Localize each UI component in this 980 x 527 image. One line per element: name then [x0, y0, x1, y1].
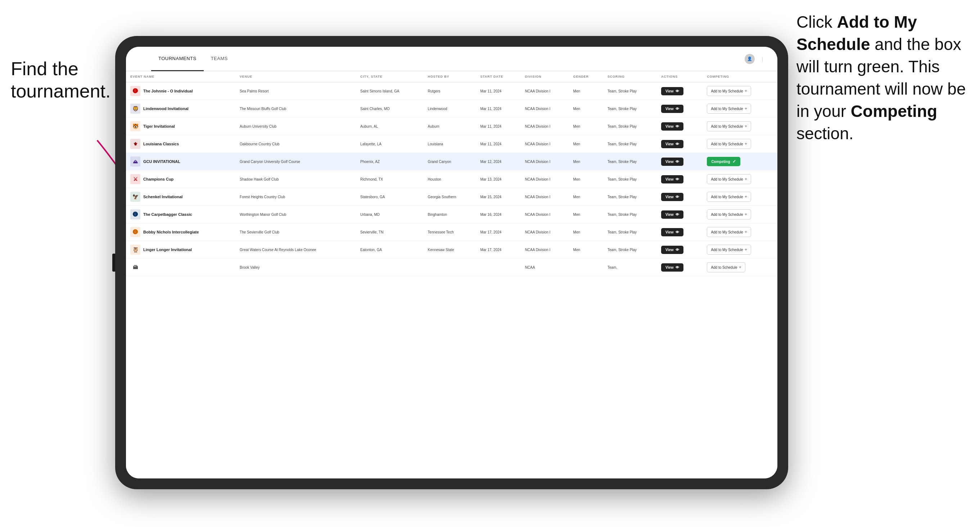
- add-schedule-button[interactable]: Add to My Schedule +: [707, 139, 751, 149]
- competing-cell: Add to My Schedule +: [703, 100, 777, 117]
- view-label: View: [665, 213, 674, 217]
- view-button[interactable]: View 👁: [661, 210, 683, 219]
- gender-cell: Men: [569, 206, 603, 224]
- plus-icon: +: [745, 124, 747, 129]
- table-row: ⚔ Champions Cup Shadow Hawk Golf ClubRic…: [126, 170, 777, 188]
- eye-icon: 👁: [676, 265, 679, 270]
- start-date-text: Mar 11, 2024: [480, 142, 501, 146]
- add-schedule-button[interactable]: Add to My Schedule +: [707, 210, 751, 219]
- actions-cell: View 👁: [657, 259, 703, 276]
- add-schedule-button[interactable]: Add to My Schedule +: [707, 192, 751, 202]
- scoring-text: Team, Stroke Play: [608, 107, 637, 111]
- actions-cell: View 👁: [657, 241, 703, 259]
- venue-cell: The Missouri Bluffs Golf Club: [235, 100, 356, 117]
- tablet-screen: TOURNAMENTS TEAMS 👤 | EVENT NAME VENUE C…: [126, 47, 777, 478]
- hosted-by-text: Grand Canyon: [428, 160, 451, 163]
- division-text: NCAA Division I: [525, 142, 550, 146]
- add-schedule-label: Add to My Schedule: [711, 89, 743, 93]
- view-button[interactable]: View 👁: [661, 193, 683, 201]
- division-text: NCAA Division I: [525, 248, 550, 252]
- add-schedule-button[interactable]: Add to Schedule +: [707, 262, 745, 272]
- actions-cell: View 👁: [657, 100, 703, 117]
- add-schedule-label: Add to My Schedule: [711, 230, 743, 234]
- view-label: View: [665, 89, 674, 93]
- col-city-state: CITY, STATE: [356, 71, 423, 83]
- division-text: NCAA Division I: [525, 89, 550, 93]
- add-schedule-button[interactable]: Add to My Schedule +: [707, 227, 751, 237]
- add-schedule-button[interactable]: Add to My Schedule +: [707, 174, 751, 184]
- division-cell: NCAA Division I: [521, 135, 569, 153]
- gender-text: Men: [573, 177, 580, 181]
- col-event-name: EVENT NAME: [126, 71, 235, 83]
- nav-tab-teams[interactable]: TEAMS: [204, 47, 235, 71]
- actions-cell: View 👁: [657, 224, 703, 241]
- city-text: Eatonton, GA: [360, 248, 382, 252]
- start-date-text: Mar 11, 2024: [480, 107, 501, 111]
- gender-text: Men: [573, 160, 580, 163]
- division-cell: NCAA Division I: [521, 241, 569, 259]
- view-button[interactable]: View 👁: [661, 157, 683, 166]
- header-divider: |: [762, 57, 763, 62]
- view-button[interactable]: View 👁: [661, 140, 683, 148]
- event-name-cell: ⛰ GCU INVITATIONAL: [126, 153, 235, 170]
- plus-icon: +: [745, 89, 747, 94]
- actions-cell: View 👁: [657, 170, 703, 188]
- plus-icon: +: [745, 230, 747, 235]
- view-button[interactable]: View 👁: [661, 228, 683, 237]
- view-button[interactable]: View 👁: [661, 122, 683, 130]
- add-schedule-button[interactable]: Add to My Schedule +: [707, 244, 751, 255]
- table-row: 🅡 The Johnnie - O Individual Sea Palms R…: [126, 83, 777, 100]
- hosted-by-text: Tennessee Tech: [428, 230, 454, 234]
- scoring-text: Team, Stroke Play: [608, 230, 637, 234]
- view-button[interactable]: View 👁: [661, 246, 683, 254]
- scoring-cell: Team, Stroke Play: [603, 153, 657, 170]
- view-button[interactable]: View 👁: [661, 264, 683, 271]
- division-cell: NCAA Division I: [521, 224, 569, 241]
- scoring-text: Team,: [608, 265, 617, 270]
- table-row: 🐯 Tiger Invitational Auburn University C…: [126, 117, 777, 135]
- hosted-by-text: Lindenwood: [428, 107, 447, 111]
- eye-icon: 👁: [676, 124, 679, 129]
- event-name-cell: 🅡 The Johnnie - O Individual: [126, 83, 235, 100]
- division-text: NCAA Division I: [525, 230, 550, 234]
- annotation-right: Click Add to My Schedule and the box wil…: [797, 11, 969, 145]
- scoring-text: Team, Stroke Play: [608, 213, 637, 217]
- nav-tab-tournaments[interactable]: TOURNAMENTS: [151, 47, 204, 71]
- hosted-by-cell: Rutgers: [423, 83, 476, 100]
- scoring-text: Team, Stroke Play: [608, 248, 637, 252]
- event-name-cell: 🏔: [126, 259, 235, 276]
- add-schedule-button[interactable]: Add to My Schedule +: [707, 86, 751, 96]
- city-text: Lafayette, LA: [360, 142, 382, 146]
- venue-text: Oakbourne Country Club: [240, 142, 280, 146]
- add-schedule-label: Add to My Schedule: [711, 248, 743, 252]
- view-button[interactable]: View 👁: [661, 105, 683, 113]
- competing-cell: Add to My Schedule +: [703, 135, 777, 153]
- venue-cell: The Sevierville Golf Club: [235, 224, 356, 241]
- hosted-by-cell: Tennessee Tech: [423, 224, 476, 241]
- start-date-cell: [476, 259, 520, 276]
- view-button[interactable]: View 👁: [661, 87, 683, 95]
- view-label: View: [665, 195, 674, 199]
- add-schedule-button[interactable]: Add to My Schedule +: [707, 121, 751, 131]
- team-logo: 🦁: [130, 103, 140, 114]
- gender-text: Men: [573, 142, 580, 146]
- plus-icon: +: [745, 106, 747, 111]
- city-cell: Lafayette, LA: [356, 135, 423, 153]
- venue-text: Brook Valley: [240, 265, 259, 270]
- plus-icon: +: [745, 194, 747, 199]
- competing-button[interactable]: Competing ✓: [707, 157, 740, 166]
- event-name: Louisiana Classics: [143, 142, 179, 146]
- actions-cell: View 👁: [657, 206, 703, 224]
- start-date-cell: Mar 11, 2024: [476, 135, 520, 153]
- hosted-by-cell: [423, 259, 476, 276]
- city-cell: Sevierville, TN: [356, 224, 423, 241]
- table-row: 🦁 Lindenwood Invitational The Missouri B…: [126, 100, 777, 117]
- header-left: TOURNAMENTS TEAMS: [137, 47, 235, 71]
- view-button[interactable]: View 👁: [661, 175, 683, 183]
- nav-tabs: TOURNAMENTS TEAMS: [151, 47, 235, 71]
- view-label: View: [665, 107, 674, 111]
- start-date-text: Mar 15, 2024: [480, 195, 501, 199]
- add-schedule-button[interactable]: Add to My Schedule +: [707, 103, 751, 114]
- event-name-cell: 🅑 The Carpetbagger Classic: [126, 206, 235, 224]
- team-logo: 🐯: [130, 121, 140, 131]
